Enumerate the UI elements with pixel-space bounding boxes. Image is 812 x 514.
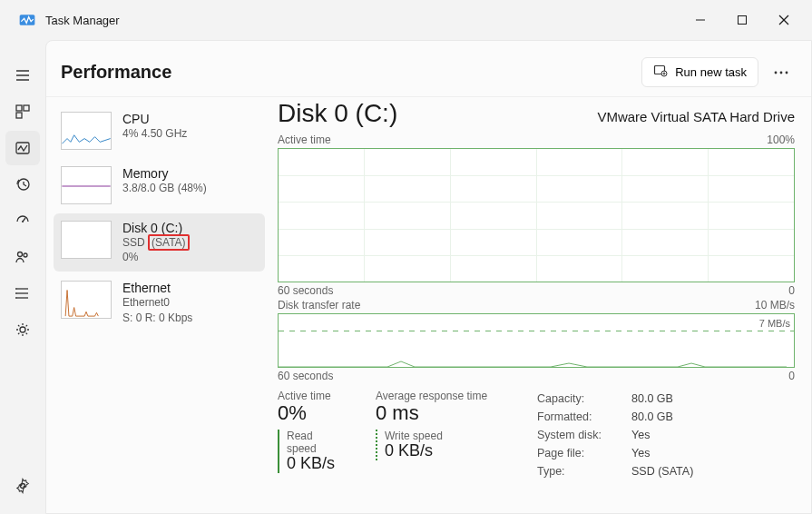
hamburger-icon[interactable]	[5, 58, 40, 93]
svg-point-23	[20, 327, 25, 332]
stat-active-time-label: Active time	[278, 390, 359, 402]
thumb-memory	[61, 166, 112, 204]
svg-point-22	[15, 297, 17, 299]
detail-title: Disk 0 (C:)	[278, 99, 397, 128]
page-title: Performance	[61, 62, 171, 83]
nav-performance[interactable]	[5, 131, 40, 165]
sidebar-item-sub: 3.8/8.0 GB (48%)	[122, 181, 207, 195]
stat-read: 0 KB/s	[287, 455, 345, 473]
nav-users[interactable]	[5, 240, 40, 274]
detail-pane: Disk 0 (C:) VMware Virtual SATA Hard Dri…	[269, 97, 811, 513]
run-task-icon	[653, 64, 668, 81]
window-title: Task Manager	[45, 14, 120, 27]
sidebar-item-label: Ethernet	[122, 281, 192, 295]
sidebar-item-sub2: 0%	[122, 250, 190, 264]
stat-read-label: Read speed	[287, 430, 345, 455]
svg-rect-10	[16, 113, 22, 118]
maximize-button[interactable]	[721, 5, 763, 35]
chart-top-right-label: 100%	[767, 133, 795, 146]
stat-active-time: 0%	[278, 402, 359, 424]
thumb-disk	[61, 221, 112, 259]
sidebar-item-sub: 4% 4.50 GHz	[122, 126, 187, 141]
close-button[interactable]	[763, 5, 805, 35]
nav-processes[interactable]	[5, 94, 40, 129]
svg-rect-2	[739, 16, 747, 25]
run-task-label: Run new task	[675, 65, 747, 79]
nav-details[interactable]	[5, 276, 40, 311]
nav-app-history[interactable]	[5, 167, 40, 202]
run-new-task-button[interactable]: Run new task	[641, 57, 758, 87]
chart2-top-left-label: Disk transfer rate	[278, 299, 360, 311]
nav-settings[interactable]	[5, 469, 40, 503]
stat-avgresp-label: Average response time	[376, 390, 521, 402]
sidebar-item-disk[interactable]: Disk 0 (C:) SSD (SATA) 0%	[54, 213, 265, 272]
chart-top-left-label: Active time	[278, 133, 331, 146]
svg-rect-8	[16, 105, 22, 111]
transfer-rate-chart: 7 MB/s	[278, 313, 795, 368]
detail-device: VMware Virtual SATA Hard Drive	[597, 109, 795, 124]
chart-foot-left: 60 seconds	[278, 284, 333, 297]
chart2-foot-left: 60 seconds	[278, 370, 333, 382]
sidebar-item-label: CPU	[122, 112, 187, 126]
sidebar-item-sub: Ethernet0	[122, 295, 192, 310]
sidebar-item-label: Memory	[122, 166, 207, 181]
nav-rail	[0, 40, 45, 514]
svg-point-14	[22, 221, 24, 222]
app-icon	[15, 7, 40, 33]
more-options-button[interactable]	[766, 58, 797, 87]
stat-write: 0 KB/s	[385, 442, 443, 460]
thumb-ethernet	[61, 281, 112, 319]
sidebar-item-label: Disk 0 (C:)	[122, 221, 190, 235]
chart-foot-right: 0	[788, 284, 795, 297]
svg-point-31	[786, 71, 788, 74]
svg-rect-11	[16, 143, 29, 153]
nav-startup[interactable]	[5, 203, 40, 238]
chart2-top-right-label: 10 MB/s	[755, 299, 795, 311]
sidebar-item-cpu[interactable]: CPU 4% 4.50 GHz	[54, 104, 265, 157]
sidebar-item-memory[interactable]: Memory 3.8/8.0 GB (48%)	[54, 159, 265, 212]
page-header: Performance Run new task	[46, 41, 811, 97]
svg-rect-9	[24, 105, 29, 111]
nav-services[interactable]	[5, 312, 40, 347]
sata-highlight: (SATA)	[148, 234, 190, 251]
svg-point-20	[15, 288, 17, 290]
svg-point-29	[775, 71, 778, 74]
svg-point-21	[15, 292, 17, 294]
svg-point-24	[21, 484, 25, 489]
thumb-cpu	[61, 112, 112, 150]
sidebar-item-ethernet[interactable]: Ethernet Ethernet0 S: 0 R: 0 Kbps	[54, 273, 265, 331]
minimize-button[interactable]	[680, 5, 721, 35]
titlebar: Task Manager	[0, 0, 812, 40]
sidebar-item-sub: SSD (SATA)	[122, 235, 190, 250]
stat-write-label: Write speed	[385, 430, 443, 442]
chart2-foot-right: 0	[788, 370, 795, 382]
sidebar-item-sub2: S: 0 R: 0 Kbps	[122, 311, 192, 325]
stat-avgresp: 0 ms	[376, 402, 521, 424]
svg-point-15	[18, 252, 23, 257]
perf-sidebar: CPU 4% 4.50 GHz Memory 3.8/8.0 GB (48%) …	[46, 97, 269, 513]
svg-point-16	[24, 253, 27, 257]
svg-point-30	[780, 71, 783, 74]
active-time-chart	[278, 148, 795, 282]
disk-info-table: Capacity:80.0 GB Formatted:80.0 GB Syste…	[537, 390, 795, 480]
